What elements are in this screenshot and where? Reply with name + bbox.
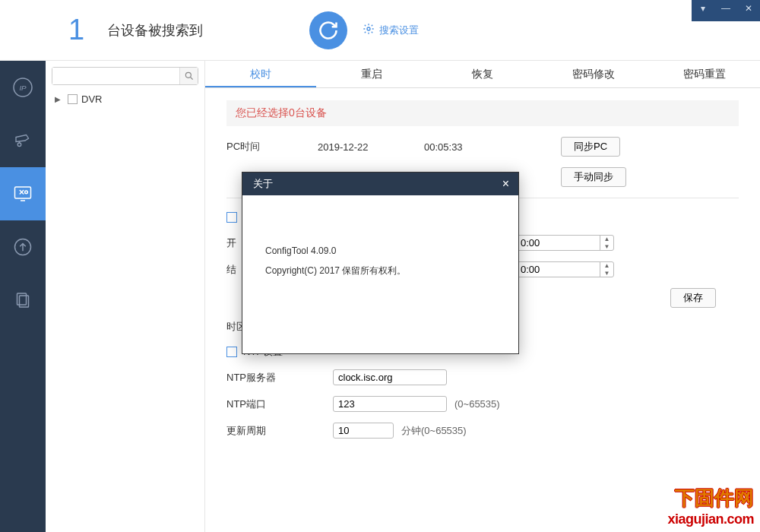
nav-copy-icon[interactable] bbox=[0, 274, 46, 327]
dialog-body: ConfigTool 4.09.0 Copyright(C) 2017 保留所有… bbox=[242, 195, 518, 296]
product-version: ConfigTool 4.09.0 bbox=[265, 241, 496, 261]
tree-search bbox=[52, 67, 198, 85]
interval-input[interactable] bbox=[333, 423, 394, 439]
minimize-button[interactable]: — bbox=[714, 0, 737, 17]
interval-label: 更新周期 bbox=[226, 424, 318, 438]
chevron-down-icon[interactable]: ▼ bbox=[600, 243, 613, 251]
tab-restore[interactable]: 恢复 bbox=[427, 61, 538, 87]
ntp-port-input[interactable] bbox=[333, 396, 447, 412]
end-time-spinner[interactable]: ▲▼ bbox=[515, 261, 614, 277]
gear-icon bbox=[363, 23, 375, 37]
chevron-right-icon: ▶ bbox=[55, 95, 64, 103]
svg-point-9 bbox=[367, 27, 370, 30]
svg-point-3 bbox=[17, 143, 21, 147]
refresh-button[interactable] bbox=[309, 11, 347, 49]
title-bar: 1 台设备被搜索到 搜索设置 ▾ — ✕ bbox=[0, 0, 760, 61]
search-settings-link[interactable]: 搜索设置 bbox=[363, 23, 419, 37]
nav-tools-icon[interactable] bbox=[0, 167, 46, 220]
left-sidebar: IP bbox=[0, 0, 46, 532]
chevron-up-icon[interactable]: ▲ bbox=[600, 236, 613, 243]
ntp-port-label: NTP端口 bbox=[226, 397, 318, 411]
close-button[interactable]: ✕ bbox=[737, 0, 760, 17]
about-dialog: 关于 × ConfigTool 4.09.0 Copyright(C) 2017… bbox=[242, 172, 519, 354]
dialog-titlebar[interactable]: 关于 × bbox=[242, 173, 518, 195]
tree-item-label: DVR bbox=[81, 93, 102, 105]
watermark: 下固件网 xiagujian.com bbox=[667, 485, 754, 527]
manual-sync-button[interactable]: 手动同步 bbox=[561, 167, 626, 187]
sync-pc-button[interactable]: 同步PC bbox=[561, 137, 620, 157]
dialog-title: 关于 bbox=[253, 177, 273, 191]
nav-upload-icon[interactable] bbox=[0, 220, 46, 274]
search-icon[interactable] bbox=[179, 68, 198, 84]
tree-search-input[interactable] bbox=[52, 68, 179, 84]
tab-password-modify[interactable]: 密码修改 bbox=[538, 61, 649, 87]
svg-point-5 bbox=[25, 191, 28, 194]
svg-text:IP: IP bbox=[19, 84, 27, 92]
device-tree-panel: ▶ DVR bbox=[46, 61, 205, 532]
start-time-value[interactable] bbox=[516, 236, 600, 250]
ntp-server-input[interactable] bbox=[333, 369, 447, 385]
nav-ip-icon[interactable]: IP bbox=[0, 61, 46, 114]
chevron-down-icon[interactable]: ▼ bbox=[600, 270, 613, 277]
ntp-server-label: NTP服务器 bbox=[226, 371, 318, 385]
nav-camera-icon[interactable] bbox=[0, 114, 46, 167]
window-controls: ▾ — ✕ bbox=[692, 0, 760, 21]
dst-checkbox[interactable] bbox=[226, 212, 237, 223]
start-time-spinner[interactable]: ▲▼ bbox=[515, 235, 614, 251]
pc-clock-value: 00:05:33 bbox=[424, 141, 530, 153]
tab-time-sync[interactable]: 校时 bbox=[205, 61, 316, 87]
pc-time-label: PC时间 bbox=[226, 140, 318, 154]
tab-password-reset[interactable]: 密码重置 bbox=[649, 61, 760, 87]
pc-date-value: 2019-12-22 bbox=[318, 141, 424, 153]
tree-item-dvr[interactable]: ▶ DVR bbox=[52, 91, 198, 107]
ntp-port-hint: (0~65535) bbox=[454, 398, 500, 410]
save-button[interactable]: 保存 bbox=[670, 288, 716, 308]
chevron-up-icon[interactable]: ▲ bbox=[600, 262, 613, 270]
dialog-close-button[interactable]: × bbox=[499, 177, 512, 191]
search-settings-label: 搜索设置 bbox=[379, 24, 419, 37]
window-menu-button[interactable]: ▾ bbox=[692, 0, 714, 17]
selection-banner: 您已经选择0台设备 bbox=[226, 100, 739, 126]
interval-hint: 分钟(0~65535) bbox=[401, 424, 467, 438]
svg-point-10 bbox=[185, 72, 191, 78]
tab-reboot[interactable]: 重启 bbox=[316, 61, 427, 87]
watermark-line2: xiagujian.com bbox=[667, 511, 754, 527]
end-time-value[interactable] bbox=[516, 262, 600, 277]
watermark-line1: 下固件网 bbox=[667, 485, 754, 511]
tree-checkbox[interactable] bbox=[68, 94, 78, 104]
ntp-checkbox[interactable] bbox=[226, 347, 237, 357]
tabs: 校时 重启 恢复 密码修改 密码重置 bbox=[205, 61, 760, 88]
device-count: 1 bbox=[68, 14, 84, 46]
title-text: 台设备被搜索到 bbox=[107, 21, 203, 40]
copyright-text: Copyright(C) 2017 保留所有权利。 bbox=[265, 261, 496, 280]
